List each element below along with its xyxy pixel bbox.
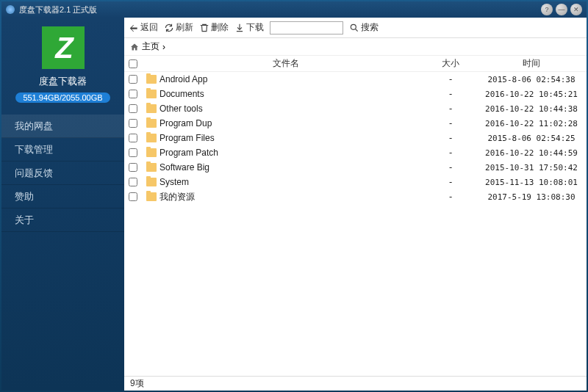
file-time-cell: 2016-10-22 10:44:38	[476, 104, 587, 114]
folder-icon	[146, 119, 157, 128]
file-time-cell: 2015-11-13 10:08:01	[476, 178, 587, 187]
file-row[interactable]: Program Patch-2016-10-22 10:44:59	[124, 145, 587, 160]
help-button[interactable]: ?	[541, 4, 553, 15]
file-name-label: 我的资源	[159, 191, 195, 203]
file-row[interactable]: Program Dup-2016-10-22 11:02:28	[124, 116, 587, 131]
folder-icon	[146, 192, 157, 201]
main-panel: 返回 刷新 删除 下载 搜索	[124, 18, 587, 391]
row-checkbox[interactable]	[124, 75, 142, 84]
file-name-cell: Android App	[142, 74, 425, 84]
file-row[interactable]: Android App-2015-8-06 02:54:38	[124, 72, 587, 87]
file-list: Android App-2015-8-06 02:54:38Documents-…	[124, 72, 587, 376]
app-name-label: 度盘下载器	[39, 75, 87, 88]
nav-my-disk[interactable]: 我的网盘	[1, 115, 124, 138]
minimize-button[interactable]: —	[556, 4, 567, 15]
row-checkbox[interactable]	[124, 178, 142, 186]
close-button[interactable]: ✕	[570, 4, 582, 15]
file-size-cell: -	[425, 118, 476, 128]
file-time-cell: 2015-10-31 17:50:42	[476, 163, 587, 173]
back-icon	[129, 23, 139, 33]
folder-icon	[146, 75, 157, 84]
file-name-cell: Documents	[142, 89, 425, 99]
row-checkbox[interactable]	[124, 134, 142, 142]
breadcrumb: 主页 ›	[124, 38, 587, 56]
folder-icon	[146, 104, 157, 113]
storage-badge: 551.94GB/2055.00GB	[15, 92, 110, 103]
file-size-cell: -	[425, 148, 476, 158]
titlebar: 度盘下载器2.1 正式版 ? — ✕	[1, 1, 587, 18]
chevron-right-icon: ›	[162, 42, 165, 52]
file-name-cell: Other tools	[142, 104, 425, 114]
app-window: 度盘下载器2.1 正式版 ? — ✕ Z 度盘下载器 551.94GB/2055…	[1, 1, 587, 391]
trash-icon	[199, 23, 209, 33]
folder-icon	[146, 90, 157, 98]
file-name-cell: 我的资源	[142, 191, 425, 203]
nav-feedback[interactable]: 问题反馈	[1, 161, 124, 185]
row-checkbox[interactable]	[124, 119, 142, 128]
file-time-cell: 2016-10-22 10:44:59	[476, 148, 587, 158]
file-name-label: Android App	[159, 74, 207, 84]
row-checkbox[interactable]	[124, 90, 142, 98]
row-checkbox[interactable]	[124, 163, 142, 172]
download-icon	[234, 23, 245, 33]
col-header-size[interactable]: 大小	[425, 57, 476, 70]
folder-icon	[146, 163, 157, 172]
file-size-cell: -	[425, 104, 476, 114]
nav-label: 我的网盘	[15, 120, 53, 133]
file-time-cell: 2016-10-22 11:02:28	[476, 119, 587, 128]
file-time-cell: 2015-8-06 02:54:38	[476, 75, 587, 84]
refresh-icon	[164, 23, 174, 33]
row-checkbox[interactable]	[124, 104, 142, 113]
download-label: 下载	[246, 21, 264, 34]
file-size-cell: -	[425, 177, 476, 187]
nav-label: 问题反馈	[15, 167, 53, 180]
file-row[interactable]: Program Files-2015-8-06 02:54:25	[124, 131, 587, 145]
file-time-cell: 2016-10-22 10:45:21	[476, 90, 587, 99]
file-time-cell: 2017-5-19 13:08:30	[476, 192, 587, 202]
col-header-name[interactable]: 文件名	[142, 57, 425, 70]
file-row[interactable]: 我的资源-2017-5-19 13:08:30	[124, 189, 587, 204]
file-size-cell: -	[425, 89, 476, 99]
nav-about[interactable]: 关于	[1, 208, 124, 232]
row-checkbox[interactable]	[124, 192, 142, 201]
breadcrumb-home[interactable]: 主页	[142, 40, 159, 53]
file-name-cell: Program Files	[142, 133, 425, 143]
download-button[interactable]: 下载	[234, 21, 264, 34]
file-row[interactable]: Other tools-2016-10-22 10:44:38	[124, 101, 587, 116]
file-row[interactable]: Documents-2016-10-22 10:45:21	[124, 87, 587, 101]
file-name-cell: Software Big	[142, 162, 425, 173]
svg-point-0	[351, 24, 356, 29]
sidebar: Z 度盘下载器 551.94GB/2055.00GB 我的网盘 下载管理 问题反…	[1, 18, 124, 391]
delete-label: 删除	[211, 21, 229, 34]
file-name-label: Program Files	[159, 133, 215, 143]
file-row[interactable]: Software Big-2015-10-31 17:50:42	[124, 160, 587, 175]
search-input[interactable]	[270, 21, 343, 35]
file-size-cell: -	[425, 192, 476, 202]
row-checkbox[interactable]	[124, 148, 142, 157]
status-count: 9项	[130, 377, 144, 390]
delete-button[interactable]: 删除	[199, 21, 229, 34]
search-button[interactable]: 搜索	[349, 21, 379, 34]
toolbar: 返回 刷新 删除 下载 搜索	[124, 18, 587, 38]
file-name-label: Program Dup	[159, 118, 212, 128]
file-name-label: Other tools	[159, 104, 203, 114]
nav-label: 赞助	[15, 190, 34, 203]
app-logo: Z	[42, 26, 85, 69]
file-name-cell: Program Patch	[142, 148, 425, 158]
search-label: 搜索	[361, 21, 379, 34]
back-label: 返回	[140, 21, 158, 34]
folder-icon	[146, 134, 157, 142]
col-header-time[interactable]: 时间	[476, 57, 587, 70]
app-icon	[6, 5, 15, 14]
nav-download-manager[interactable]: 下载管理	[1, 138, 124, 161]
nav-label: 关于	[15, 214, 34, 227]
nav-donate[interactable]: 赞助	[1, 185, 124, 208]
refresh-button[interactable]: 刷新	[164, 21, 193, 34]
file-size-cell: -	[425, 133, 476, 143]
search-icon	[349, 23, 359, 33]
file-name-label: Software Big	[159, 162, 209, 173]
back-button[interactable]: 返回	[129, 21, 158, 34]
select-all-checkbox[interactable]	[124, 59, 142, 68]
file-row[interactable]: System-2015-11-13 10:08:01	[124, 175, 587, 189]
sidebar-header: Z 度盘下载器 551.94GB/2055.00GB	[1, 18, 124, 109]
